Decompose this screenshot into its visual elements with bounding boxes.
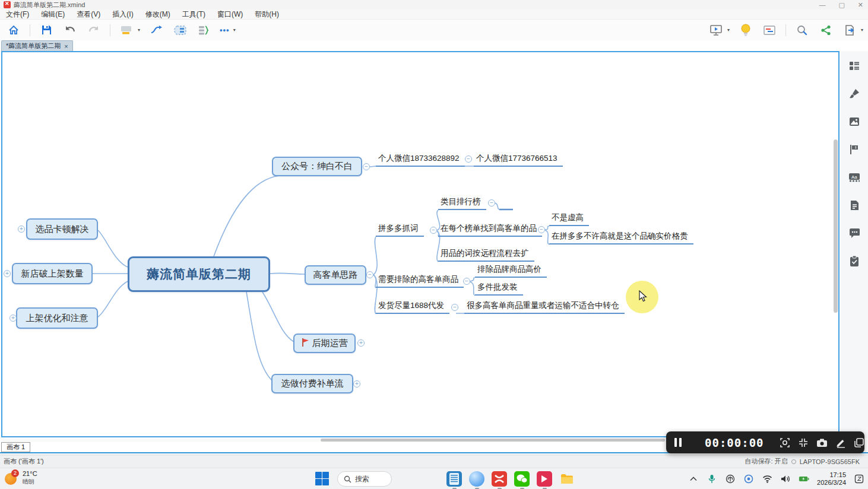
minimize-button[interactable]: — [819,1,825,9]
volume-icon[interactable] [780,474,791,484]
tray-chevron-up-icon[interactable] [688,474,699,484]
file-explorer-icon[interactable] [559,471,575,487]
task-icon[interactable] [848,255,861,268]
focus-zoom-icon[interactable] [780,437,790,449]
node-find-high-value-items[interactable]: 在每个榜单找到高客单的品 [438,223,542,237]
horizontal-scrollbar[interactable] [321,439,665,442]
boundary-icon[interactable] [172,23,188,38]
topic-later-operations[interactable]: 后期运营 [293,334,356,353]
collapse-icon[interactable]: − [465,155,472,163]
video-app-icon[interactable] [537,471,552,487]
menu-edit[interactable]: 编辑(E) [41,9,65,20]
topic-wechat-official[interactable]: 公众号：绅白不白 [272,157,362,176]
menu-help[interactable]: 帮助(H) [255,9,279,20]
topic-new-store-listing[interactable]: 新店破上架数量 [12,263,93,284]
panel-icon[interactable] [762,23,777,38]
relationship-icon[interactable] [148,23,164,38]
pause-icon[interactable] [674,438,682,447]
presentation-icon[interactable] [708,23,724,38]
collapse-icon[interactable]: − [430,227,437,234]
redo-icon[interactable] [86,23,102,38]
menu-window[interactable]: 窗口(W) [217,9,243,20]
node-bulk-wholesale-pack[interactable]: 多件批发装 [475,282,523,296]
shrink-icon[interactable] [798,437,809,449]
windows-copy-icon[interactable] [854,437,864,449]
sticker-icon[interactable]: Aa [848,171,861,184]
topic-paid-supplement-flow[interactable]: 选做付费补单流 [271,374,353,393]
wifi-icon[interactable] [762,474,772,484]
microphone-icon[interactable] [707,474,717,484]
search-icon[interactable] [794,23,810,38]
marker-flag-icon[interactable] [848,143,861,156]
weather-widget[interactable]: 2 21°C 晴朗 [5,470,37,485]
cloud-app-icon[interactable] [743,474,754,484]
menu-insert[interactable]: 插入(I) [112,9,133,20]
maximize-button[interactable]: ▢ [838,1,844,9]
battery-icon[interactable] [799,474,809,484]
more-dropdown-icon[interactable]: ▾ [233,27,236,33]
comment-icon[interactable] [848,227,861,240]
style-dropdown-icon[interactable]: ▾ [138,27,140,33]
wechat-app-icon[interactable] [514,471,530,487]
collapse-icon[interactable]: − [451,304,458,311]
notes-icon[interactable] [848,199,861,212]
taskbar-clock[interactable]: 17:15 2026/3/24 [817,471,846,487]
presentation-dropdown-icon[interactable]: ▾ [727,27,730,33]
node-expand-keywords[interactable]: 用品的词按远程流程去扩 [438,248,534,262]
expand-icon[interactable]: + [4,270,11,277]
collapse-icon[interactable]: − [366,271,373,278]
xmind-app-icon[interactable] [492,471,507,487]
save-icon[interactable] [39,23,54,38]
vertical-scrollbar[interactable] [834,139,838,313]
collapse-icon[interactable]: − [538,226,545,233]
menu-file[interactable]: 文件(F) [6,9,29,20]
ime-icon[interactable] [725,474,736,484]
mindmap-canvas[interactable] [1,51,840,437]
topic-listing-optimization[interactable]: 上架优化和注意 [16,307,98,329]
camera-icon[interactable] [816,437,828,449]
format-brush-icon[interactable] [848,87,861,100]
expand-icon[interactable]: + [9,315,17,322]
export-icon[interactable] [842,23,857,38]
expand-icon[interactable]: + [18,226,25,233]
close-button[interactable]: ✕ [858,1,863,9]
collapse-icon[interactable]: − [463,278,470,285]
undo-icon[interactable] [62,23,78,38]
share-icon[interactable] [818,23,834,38]
sheet-tab-canvas1[interactable]: 画布 1 [1,442,30,452]
export-dropdown-icon[interactable]: ▾ [861,27,863,33]
topic-high-value-strategy[interactable]: 高客单思路 [305,265,366,285]
browser-app-icon[interactable] [469,471,484,487]
expand-icon[interactable]: + [357,339,365,347]
collapse-icon[interactable]: − [363,163,370,170]
expand-icon[interactable]: + [353,380,360,388]
central-topic[interactable]: 薅流简单版第二期 [128,256,270,292]
notes-app-icon[interactable] [446,471,462,487]
style-icon[interactable] [119,23,134,38]
document-tab[interactable]: *薅流简单版第二期 × [1,40,73,51]
menu-tools[interactable]: 工具(T) [182,9,205,20]
node-personal-wechat-2[interactable]: 个人微信17736766513 [474,153,563,167]
node-ship-via-1688[interactable]: 发货尽量1688代发 [376,300,449,314]
outline-icon[interactable] [848,59,861,72]
summary-icon[interactable] [196,23,211,38]
node-category-ranking[interactable]: 类目排行榜 [438,196,486,210]
pen-icon[interactable] [835,437,846,449]
image-icon[interactable] [848,115,861,128]
node-pdd-keywords[interactable]: 拼多多抓词 [376,223,424,237]
collapse-icon[interactable]: − [488,199,495,207]
notification-icon[interactable] [854,474,864,484]
node-personal-wechat-1[interactable]: 个人微信18733628892 [376,153,465,167]
node-items-to-exclude[interactable]: 需要排除的高客单商品 [376,274,464,288]
node-not-inflated[interactable]: 不是虚高 [549,212,589,226]
more-tools-icon[interactable]: ••• [220,26,230,34]
home-icon[interactable] [6,23,21,38]
node-shipping-reason[interactable]: 很多高客单商品重量或者运输不适合中转仓 [464,300,625,314]
taskbar-search[interactable]: 搜索 [337,471,392,487]
node-exclude-brand-items[interactable]: 排除品牌商品高价 [475,264,547,278]
lightbulb-icon[interactable] [738,23,753,38]
menu-modify[interactable]: 修改(M) [145,9,170,20]
node-genuinely-expensive[interactable]: 在拼多多不许高就是这个品确实价格贵 [549,231,693,244]
start-button[interactable] [315,471,330,487]
topic-product-selection[interactable]: 选品卡顿解决 [26,218,98,240]
